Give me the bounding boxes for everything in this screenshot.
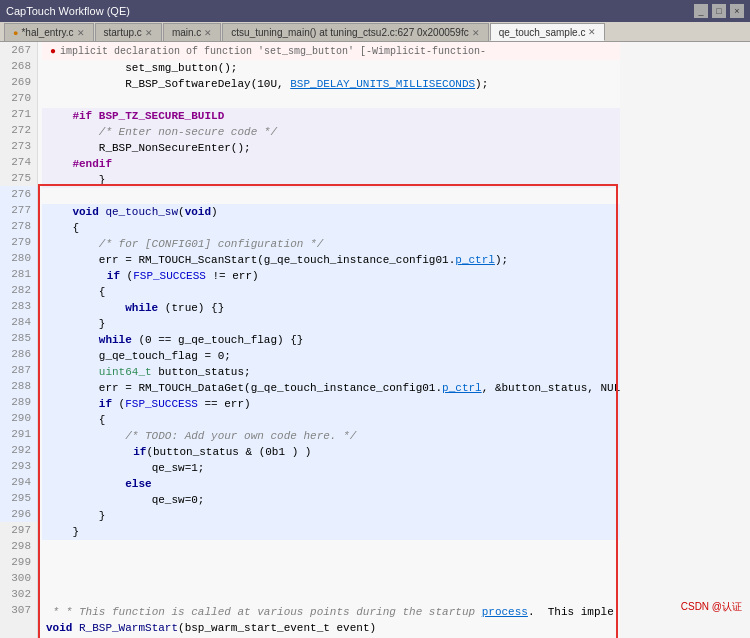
- line-num: 287: [0, 362, 37, 378]
- code-line-293: else: [42, 476, 620, 492]
- code-line-300: [42, 588, 620, 604]
- code-line-268: R_BSP_SoftwareDelay(10U, BSP_DELAY_UNITS…: [42, 76, 620, 92]
- line-num: 302: [0, 586, 37, 602]
- line-num: 294: [0, 474, 37, 490]
- line-num: 284: [0, 314, 37, 330]
- code-line-276: void qe_touch_sw(void): [42, 204, 620, 220]
- code-line-269: [42, 92, 620, 108]
- line-num: 293: [0, 458, 37, 474]
- tab-main[interactable]: main.c ✕: [163, 23, 221, 41]
- code-line-282: while (true) {}: [42, 300, 620, 316]
- line-num: 289: [0, 394, 37, 410]
- code-container: 267 268 269 270 271 272 273 274 275 276 …: [0, 42, 620, 638]
- error-banner: implicit declaration of function 'set_sm…: [60, 46, 486, 57]
- close-icon[interactable]: ✕: [145, 28, 153, 38]
- line-num: 275: [0, 170, 37, 186]
- code-line-307: void R_BSP_WarmStart(bsp_warm_start_even…: [42, 620, 620, 636]
- tab-label: qe_touch_sample.c: [499, 27, 586, 38]
- tab-label: main.c: [172, 27, 201, 38]
- code-line-281: {: [42, 284, 620, 300]
- line-num: 268: [0, 58, 37, 74]
- line-num: 300: [0, 570, 37, 586]
- line-num: 276: [0, 186, 37, 202]
- code-line-288: if (FSP_SUCCESS == err): [42, 396, 620, 412]
- line-num: 269: [0, 74, 37, 90]
- close-icon[interactable]: ✕: [588, 27, 596, 37]
- code-line-278: /* for [CONFIG01] configuration */: [42, 236, 620, 252]
- editor-area: 267 268 269 270 271 272 273 274 275 276 …: [0, 42, 750, 638]
- code-line-273: #endif: [42, 156, 620, 172]
- code-line-287: err = RM_TOUCH_DataGet(g_qe_touch_instan…: [42, 380, 620, 396]
- line-num: 296: [0, 506, 37, 522]
- line-num: 272: [0, 122, 37, 138]
- code-line-299: [42, 572, 620, 588]
- code-line-error: ● implicit declaration of function 'set_…: [42, 42, 620, 60]
- line-num: 288: [0, 378, 37, 394]
- app-title: CapTouch Workflow (QE): [6, 5, 130, 17]
- line-num: 271: [0, 106, 37, 122]
- line-num: 273: [0, 138, 37, 154]
- line-num: 280: [0, 250, 37, 266]
- line-num: 285: [0, 330, 37, 346]
- code-line-274: }: [42, 172, 620, 188]
- maximize-button[interactable]: □: [712, 4, 726, 18]
- code-line-302: * * This function is called at various p…: [42, 604, 620, 620]
- line-num: 298: [0, 538, 37, 554]
- code-line-292: qe_sw=1;: [42, 460, 620, 476]
- code-line-279: err = RM_TOUCH_ScanStart(g_qe_touch_inst…: [42, 252, 620, 268]
- code-line-284: while (0 == g_qe_touch_flag) {}: [42, 332, 620, 348]
- line-num: 290: [0, 410, 37, 426]
- code-line-283: }: [42, 316, 620, 332]
- line-num: 277: [0, 202, 37, 218]
- code-line-285: g_qe_touch_flag = 0;: [42, 348, 620, 364]
- tab-label: ctsu_tuning_main() at tuning_ctsu2.c:627…: [231, 27, 468, 38]
- code-line-267: set_smg_button();: [42, 60, 620, 76]
- code-line-275: [42, 188, 620, 204]
- code-line-289: {: [42, 412, 620, 428]
- line-numbers: 267 268 269 270 271 272 273 274 275 276 …: [0, 42, 38, 638]
- code-line-290: /* TODO: Add your own code here. */: [42, 428, 620, 444]
- tab-qe-touch[interactable]: qe_touch_sample.c ✕: [490, 23, 606, 41]
- code-line-295: }: [42, 508, 620, 524]
- code-line-271: /* Enter non-secure code */: [42, 124, 620, 140]
- code-content[interactable]: ● implicit declaration of function 'set_…: [38, 42, 620, 638]
- line-num: 282: [0, 282, 37, 298]
- tab-bar: ● *hal_entry.c ✕ startup.c ✕ main.c ✕ ct…: [0, 22, 750, 42]
- line-num: 297: [0, 522, 37, 538]
- code-line-272: R_BSP_NonSecureEnter();: [42, 140, 620, 156]
- code-line-296: }: [42, 524, 620, 540]
- close-button[interactable]: ×: [730, 4, 744, 18]
- code-line-294: qe_sw=0;: [42, 492, 620, 508]
- line-num: 286: [0, 346, 37, 362]
- close-icon[interactable]: ✕: [204, 28, 212, 38]
- window-controls[interactable]: _ □ ×: [694, 4, 744, 18]
- code-line-277: {: [42, 220, 620, 236]
- line-num: 278: [0, 218, 37, 234]
- line-num: 274: [0, 154, 37, 170]
- code-line-280: if (FSP_SUCCESS != err): [42, 268, 620, 284]
- line-num: 292: [0, 442, 37, 458]
- code-line-291: if(button_status & (0b1 ) ): [42, 444, 620, 460]
- line-num: 283: [0, 298, 37, 314]
- tab-startup[interactable]: startup.c ✕: [95, 23, 162, 41]
- line-num: 295: [0, 490, 37, 506]
- line-num: 281: [0, 266, 37, 282]
- line-num: 299: [0, 554, 37, 570]
- close-icon[interactable]: ✕: [77, 28, 85, 38]
- tab-label: *hal_entry.c: [21, 27, 73, 38]
- line-num: 267: [0, 42, 37, 58]
- code-line-270: #if BSP_TZ_SECURE_BUILD: [42, 108, 620, 124]
- tab-hal-entry[interactable]: ● *hal_entry.c ✕: [4, 23, 94, 41]
- watermark: CSDN @认证: [681, 600, 742, 614]
- minimize-button[interactable]: _: [694, 4, 708, 18]
- line-num: 270: [0, 90, 37, 106]
- tab-ctsu-tuning[interactable]: ctsu_tuning_main() at tuning_ctsu2.c:627…: [222, 23, 488, 41]
- line-num: 279: [0, 234, 37, 250]
- title-bar: CapTouch Workflow (QE) _ □ ×: [0, 0, 750, 22]
- modified-dot: ●: [13, 28, 18, 38]
- close-icon[interactable]: ✕: [472, 28, 480, 38]
- code-line-297: [42, 540, 620, 556]
- code-line-298: [42, 556, 620, 572]
- code-line-286: uint64_t button_status;: [42, 364, 620, 380]
- line-num: 291: [0, 426, 37, 442]
